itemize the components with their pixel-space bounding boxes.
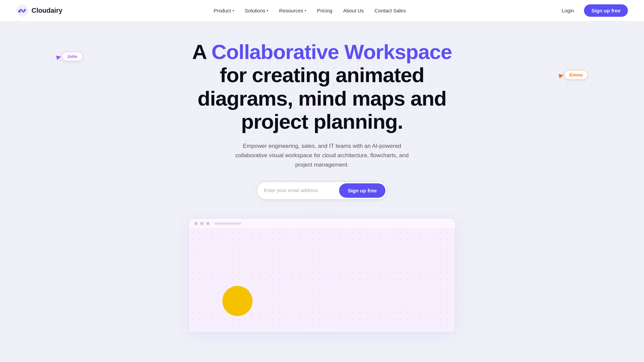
nav-actions: Login Sign up free <box>557 4 628 17</box>
nav-about[interactable]: About Us <box>338 5 369 16</box>
titlebar-dot-1 <box>194 222 198 225</box>
titlebar-dot-2 <box>200 222 204 225</box>
svg-point-2 <box>24 9 26 11</box>
login-button[interactable]: Login <box>557 5 579 16</box>
emma-cursor-arrow-icon: ▶ <box>558 71 564 79</box>
titlebar-dot-3 <box>206 222 210 225</box>
john-cursor-badge: ▶ John <box>56 52 83 61</box>
hero-title: A Collaborative Workspace for creating a… <box>191 40 453 133</box>
hero-cta-form: Sign up free <box>0 182 644 199</box>
logo-icon <box>16 5 28 17</box>
nav-product[interactable]: Product ▾ <box>209 5 239 16</box>
product-chevron-icon: ▾ <box>232 9 234 12</box>
preview-window <box>189 218 455 332</box>
nav-contact[interactable]: Contact Sales <box>370 5 411 16</box>
signup-hero-button[interactable]: Sign up free <box>339 183 386 198</box>
email-input-wrap: Sign up free <box>257 182 387 199</box>
solutions-chevron-icon: ▾ <box>267 9 268 12</box>
hero-subtitle: Empower engineering, sales, and IT teams… <box>228 141 416 170</box>
svg-point-1 <box>18 10 21 12</box>
nav-resources[interactable]: Resources ▾ <box>274 5 311 16</box>
preview-titlebar <box>189 219 455 229</box>
titlebar-url-bar <box>214 223 241 225</box>
preview-canvas <box>189 229 455 329</box>
john-cursor-label: John <box>62 52 83 61</box>
email-input[interactable] <box>257 183 338 197</box>
preview-circle-shape <box>222 286 253 316</box>
brand-name: Cloudairy <box>32 7 62 14</box>
hero-section: ▶ John ▶ Emma A Collaborative Workspace … <box>0 0 644 332</box>
navbar: Cloudairy Product ▾ Solutions ▾ Resource… <box>0 0 644 21</box>
signup-nav-button[interactable]: Sign up free <box>584 4 628 17</box>
hero-content: ▶ John ▶ Emma A Collaborative Workspace … <box>0 0 644 332</box>
john-cursor-arrow-icon: ▶ <box>55 52 62 61</box>
preview-window-wrap <box>180 218 464 332</box>
nav-links: Product ▾ Solutions ▾ Resources ▾ Pricin… <box>209 5 411 16</box>
emma-cursor-badge: ▶ Emma <box>559 70 588 79</box>
nav-solutions[interactable]: Solutions ▾ <box>240 5 273 16</box>
resources-chevron-icon: ▾ <box>305 9 306 12</box>
logo-link[interactable]: Cloudairy <box>16 5 62 17</box>
emma-cursor-label: Emma <box>565 70 588 79</box>
nav-pricing[interactable]: Pricing <box>312 5 337 16</box>
